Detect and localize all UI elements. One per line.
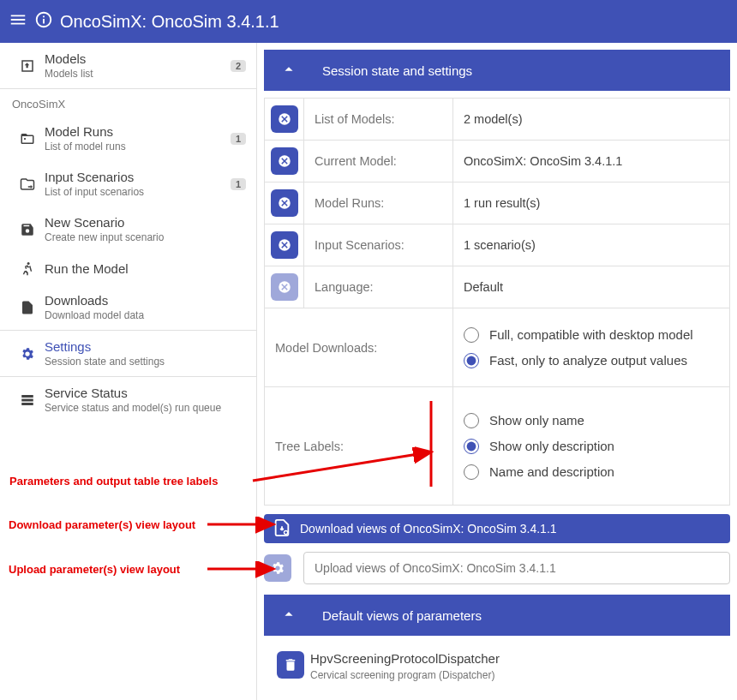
download-file-icon bbox=[273, 518, 291, 540]
app-title: OncoSimX: OncoSim 3.4.1.1 bbox=[60, 12, 279, 32]
row-value: 1 run result(s) bbox=[453, 182, 730, 224]
runs-badge: 1 bbox=[231, 133, 246, 145]
home-icon bbox=[10, 58, 45, 74]
clear-scenarios-button[interactable] bbox=[271, 231, 298, 259]
row-value: OncoSimX: OncoSim 3.4.1.1 bbox=[453, 141, 730, 182]
sidebar-item-inputs[interactable]: Input ScenariosList of input scenarios 1 bbox=[0, 161, 256, 206]
radio-tree-desc[interactable]: Show only description bbox=[464, 434, 719, 459]
download-views-button[interactable]: Download views of OncoSimX: OncoSim 3.4.… bbox=[264, 514, 730, 543]
sidebar: ModelsModels list 2 OncoSimX Model RunsL… bbox=[0, 43, 257, 700]
row-label: Input Scenarios: bbox=[304, 224, 453, 266]
chevron-up-icon bbox=[279, 605, 298, 626]
server-icon bbox=[10, 392, 45, 408]
download-views-label: Download views of OncoSimX: OncoSim 3.4.… bbox=[300, 522, 557, 535]
panel-default-views-header[interactable]: Default views of parameters bbox=[264, 595, 730, 636]
row-label: Language: bbox=[304, 266, 453, 308]
sidebar-project-label: OncoSimX bbox=[0, 89, 256, 116]
sidebar-item-downloads[interactable]: DownloadsDownload model data bbox=[0, 284, 256, 330]
chevron-up-icon bbox=[279, 60, 298, 81]
sidebar-item-new-scenario[interactable]: New ScenarioCreate new input scenario bbox=[0, 206, 256, 252]
inputs-icon bbox=[10, 176, 45, 192]
clear-language-button[interactable] bbox=[271, 273, 298, 301]
clear-current-button[interactable] bbox=[271, 147, 298, 175]
sidebar-item-settings[interactable]: SettingsSession state and settings bbox=[0, 331, 256, 376]
models-badge: 2 bbox=[231, 60, 246, 72]
sidebar-item-runs[interactable]: Model RunsList of model runs 1 bbox=[0, 116, 256, 161]
delete-view-button[interactable] bbox=[277, 651, 304, 679]
row-value: 1 scenario(s) bbox=[453, 224, 730, 266]
panel-title: Session state and settings bbox=[322, 63, 472, 78]
row-label: List of Models: bbox=[304, 99, 453, 141]
sidebar-item-run-model[interactable]: Run the Model bbox=[0, 252, 256, 284]
row-label: Tree Labels: bbox=[265, 387, 453, 506]
panel2-title: Default views of parameters bbox=[322, 608, 482, 623]
row-value: Default bbox=[453, 266, 730, 308]
row-label: Model Runs: bbox=[304, 182, 453, 224]
new-icon bbox=[10, 222, 45, 237]
radio-tree-both[interactable]: Name and description bbox=[464, 459, 719, 485]
radio-download-full[interactable]: Full, compatible with desktop model bbox=[464, 322, 719, 348]
radio-download-fast[interactable]: Fast, only to analyze output values bbox=[464, 348, 719, 374]
row-label: Model Downloads: bbox=[265, 308, 453, 387]
param-view-name: HpvScreeningProtocolDispatcher bbox=[310, 651, 500, 666]
menu-icon[interactable] bbox=[9, 10, 27, 33]
runs-icon bbox=[10, 131, 45, 147]
radio-tree-name[interactable]: Show only name bbox=[464, 408, 719, 434]
row-label: Current Model: bbox=[304, 141, 453, 182]
upload-views-input[interactable] bbox=[303, 552, 730, 584]
download-icon bbox=[10, 300, 45, 315]
param-view-row[interactable]: HpvScreeningProtocolDispatcher Cervical … bbox=[264, 643, 730, 690]
gear-icon bbox=[10, 346, 45, 362]
info-icon[interactable] bbox=[34, 10, 53, 33]
clear-runs-button[interactable] bbox=[271, 189, 298, 217]
svg-point-0 bbox=[24, 137, 26, 139]
sidebar-item-models[interactable]: ModelsModels list 2 bbox=[0, 43, 256, 88]
upload-views-button[interactable] bbox=[264, 554, 291, 582]
param-view-sub: Cervical screening program (Dispatcher) bbox=[310, 669, 500, 681]
panel-session-header[interactable]: Session state and settings bbox=[264, 50, 730, 91]
clear-models-button[interactable] bbox=[271, 105, 298, 133]
svg-point-1 bbox=[27, 262, 30, 265]
sidebar-item-service-status[interactable]: Service StatusService status and model(s… bbox=[0, 377, 256, 422]
inputs-badge: 1 bbox=[231, 178, 246, 190]
run-icon bbox=[10, 260, 45, 276]
row-value: 2 model(s) bbox=[453, 99, 730, 141]
